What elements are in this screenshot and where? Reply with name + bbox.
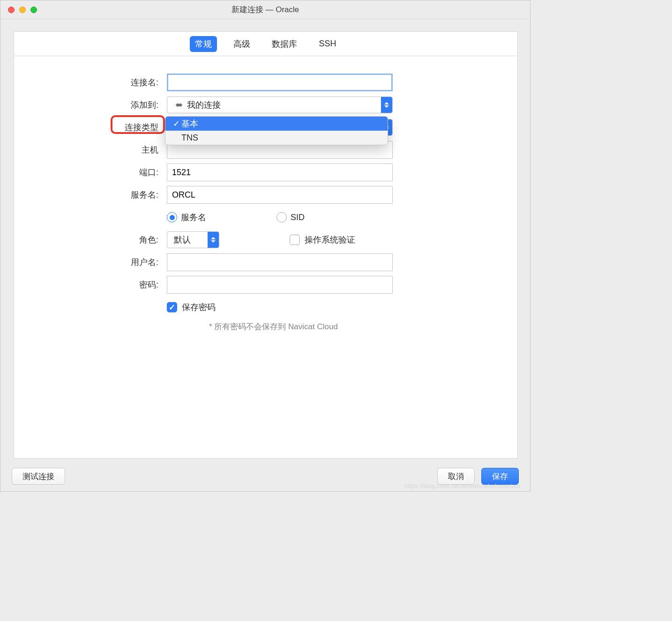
- radio-sid[interactable]: SID: [276, 212, 305, 222]
- role-select[interactable]: 默认: [167, 231, 219, 248]
- label-role: 角色:: [56, 234, 160, 245]
- label-service-name: 服务名:: [56, 189, 160, 200]
- tab-database[interactable]: 数据库: [267, 36, 302, 52]
- radio-icon: [167, 212, 177, 222]
- save-button[interactable]: 保存: [481, 468, 519, 485]
- test-connection-button[interactable]: 测试连接: [12, 468, 65, 485]
- checkbox-icon: [167, 302, 177, 312]
- plug-icon: [174, 101, 184, 109]
- label-port: 端口:: [56, 167, 160, 178]
- password-hint: * 所有密码不会保存到 Navicat Cloud: [209, 321, 517, 332]
- watermark: https://blog.csdn.net/whowhowhoImportant: [405, 483, 521, 489]
- port-input[interactable]: [167, 163, 393, 181]
- radio-service-name[interactable]: 服务名: [167, 212, 206, 223]
- tab-advanced[interactable]: 高级: [228, 36, 255, 52]
- chevron-updown-icon: [381, 97, 392, 113]
- tab-general[interactable]: 常规: [190, 36, 217, 52]
- label-host: 主机: [56, 144, 160, 155]
- role-value: 默认: [174, 234, 191, 245]
- content-panel: 常规 高级 数据库 SSH 连接名: 添加到: 我的连接: [14, 31, 518, 458]
- label-password: 密码:: [56, 279, 160, 290]
- connection-name-input[interactable]: [167, 74, 393, 91]
- label-connection-name: 连接名:: [56, 77, 160, 88]
- save-password-checkbox[interactable]: 保存密码: [167, 302, 216, 313]
- add-to-select[interactable]: 我的连接: [167, 96, 393, 113]
- label-add-to: 添加到:: [56, 99, 160, 111]
- tabbar: 常规 高级 数据库 SSH: [14, 32, 517, 56]
- label-username: 用户名:: [56, 257, 160, 268]
- form: 连接名: 添加到: 我的连接 连接类型: [14, 56, 517, 332]
- chevron-updown-icon: [208, 232, 219, 248]
- dropdown-option-basic[interactable]: ✓ 基本: [165, 117, 388, 131]
- add-to-value: 我的连接: [187, 99, 221, 111]
- footer: 测试连接 取消 保存: [12, 468, 519, 485]
- checkbox-icon: [290, 235, 300, 245]
- highlight-annotation: [111, 115, 165, 134]
- window-title: 新建连接 — Oracle: [0, 4, 530, 15]
- cancel-button[interactable]: 取消: [437, 468, 475, 485]
- radio-icon: [276, 212, 287, 222]
- service-name-input[interactable]: [167, 186, 393, 204]
- username-input[interactable]: [167, 253, 393, 271]
- tab-ssh[interactable]: SSH: [314, 37, 341, 51]
- dialog-window: 新建连接 — Oracle 常规 高级 数据库 SSH 连接名: 添加到:: [0, 0, 530, 492]
- connection-type-dropdown: ✓ 基本 TNS: [165, 116, 388, 145]
- titlebar: 新建连接 — Oracle: [0, 0, 530, 19]
- password-input[interactable]: [167, 276, 393, 294]
- dropdown-option-tns[interactable]: TNS: [165, 131, 388, 145]
- check-icon: ✓: [171, 118, 181, 129]
- os-auth-checkbox[interactable]: 操作系统验证: [290, 234, 355, 245]
